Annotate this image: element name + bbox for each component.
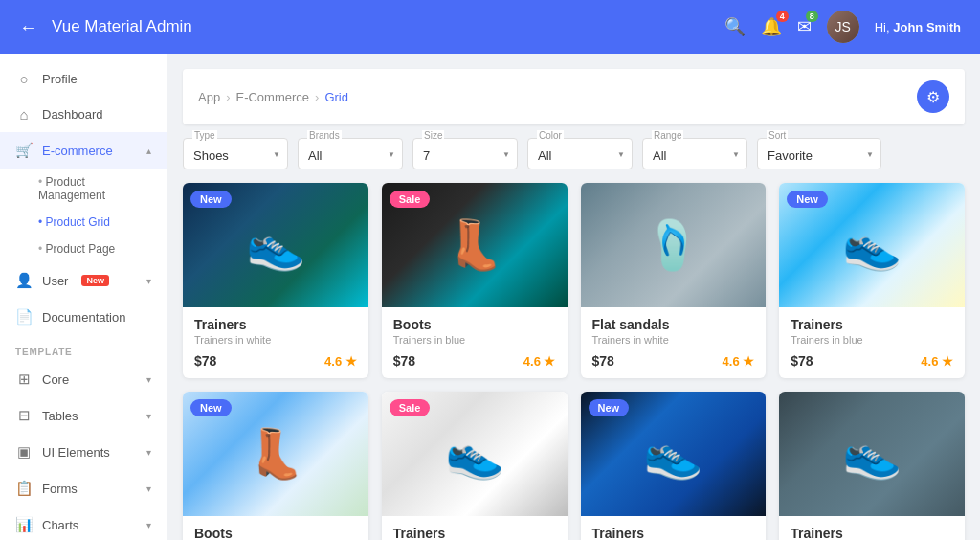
product-description: Trainers in blue [393,334,556,346]
product-card[interactable]: 👟 New Trainers Trainers in white $78 4.6… [183,183,368,378]
product-card[interactable]: 👢 Sale Boots Trainers in blue $78 4.6 ★ [382,183,568,378]
sidebar-item-dashboard[interactable]: ⌂ Dashboard [0,97,167,132]
product-info: Flat sandals Trainers in white $78 4.6 ★ [581,307,767,378]
sidebar-item-label: Tables [42,409,78,423]
settings-button[interactable]: ⚙ [917,80,949,113]
product-info: Trainers Trainers in blue $78 4.6 ★ [779,516,965,540]
sidebar-item-label: UI Elements [42,445,110,460]
product-image-wrap: 👟 New [779,183,965,307]
charts-icon: 📊 [15,516,33,533]
chevron-down-icon: ▾ [146,484,151,494]
product-card[interactable]: 👟 New Trainers Trainers in white $78 4.6… [581,392,767,540]
product-grid: 👟 New Trainers Trainers in white $78 4.6… [183,183,965,540]
sidebar-item-ui-elements[interactable]: ▣ UI Elements ▾ [0,434,167,470]
sidebar-item-label: Core [42,372,69,387]
sidebar-item-label: E-commerce [42,144,113,158]
app-title: Vue Material Admin [52,17,192,36]
product-name: Trainers [791,526,953,540]
product-info: Boots Trainers in blue $78 4.6 ★ [382,307,568,378]
product-description: Trainers in blue [791,334,953,346]
product-image-wrap: 👟 New [183,183,368,307]
sidebar-item-label: Product Grid [46,215,110,229]
product-card[interactable]: 👟 New Trainers Trainers in blue $78 4.6 … [779,183,965,378]
messages-badge: 8 [806,11,818,22]
chevron-up-icon: ▴ [146,146,151,156]
filter-range: Range All$0-$50$50-$100 [642,138,747,169]
product-image: 👟 [779,392,965,516]
product-footer: $78 4.6 ★ [791,353,953,369]
user-icon: 👤 [15,272,33,289]
product-image-wrap: 👢 Sale [382,183,568,307]
product-rating: 4.6 ★ [523,354,556,369]
chevron-down-icon: ▾ [146,411,151,421]
product-price: $78 [393,353,415,369]
notifications-icon[interactable]: 🔔 4 [761,16,782,37]
filter-type-label: Type [192,130,217,141]
product-image-wrap: 👟 Sale [382,392,568,516]
product-description: Trainers in white [194,334,357,346]
sidebar-item-label: Dashboard [42,107,103,122]
sidebar-item-product-page[interactable]: Product Page [0,236,167,262]
filter-size-label: Size [422,130,444,141]
filter-color-label: Color [537,130,564,141]
sidebar-item-tables[interactable]: ⊟ Tables ▾ [0,397,167,434]
filter-brands: Brands AllNikeAdidas [298,138,403,169]
product-card[interactable]: 🩴 Flat sandals Trainers in white $78 4.6… [581,183,767,378]
product-info: Boots Trainers in white $78 4.6 ★ [183,516,368,540]
filter-sort-select[interactable]: FavoritePrice LowPrice High [757,138,881,169]
product-name: Trainers [194,317,357,332]
sidebar-item-product-management[interactable]: Product Management [0,169,167,209]
sidebar-item-forms[interactable]: 📋 Forms ▾ [0,470,167,506]
filter-sort-label: Sort [767,130,788,141]
product-tag: New [589,399,630,416]
product-price: $78 [592,353,614,369]
filter-color-select[interactable]: AllWhiteBlackBlue [527,138,633,169]
product-name: Boots [393,317,556,332]
filter-type: Type ShoesBootsSandals [183,138,288,169]
ecommerce-icon: 🛒 [15,142,33,159]
filter-sort: Sort FavoritePrice LowPrice High [757,138,881,169]
product-image-wrap: 🩴 [581,183,767,307]
search-icon[interactable]: 🔍 [724,16,746,37]
sidebar-item-product-grid[interactable]: Product Grid [0,209,167,236]
product-info: Trainers Trainers in white $78 4.6 ★ [183,307,368,378]
main-content: App › E-Commerce › Grid ⚙ Type ShoesBoot… [167,54,980,540]
sidebar-item-label: Forms [42,482,78,496]
back-button[interactable]: ← [19,16,38,38]
product-info: Trainers Trainers in blue $78 4.6 ★ [382,516,568,540]
chevron-down-icon: ▾ [146,276,151,286]
product-price: $78 [791,353,813,369]
filter-brands-select[interactable]: AllNikeAdidas [298,138,403,169]
filter-brands-label: Brands [307,130,342,141]
sidebar-item-charts[interactable]: 📊 Charts ▾ [0,506,167,540]
forms-icon: 📋 [15,480,33,497]
breadcrumb-bar: App › E-Commerce › Grid ⚙ [183,69,965,124]
sidebar-item-core[interactable]: ⊞ Core ▾ [0,361,167,397]
filter-range-select[interactable]: All$0-$50$50-$100 [642,138,747,169]
product-image: 🩴 [581,183,767,307]
avatar[interactable]: JS [827,11,859,43]
chevron-down-icon: ▾ [146,447,151,458]
chevron-down-icon: ▾ [146,520,151,530]
sidebar-item-documentation[interactable]: 📄 Documentation [0,299,167,335]
filter-size-select[interactable]: 78910 [412,138,518,169]
product-info: Trainers Trainers in blue $78 4.6 ★ [779,307,965,378]
breadcrumb-sep: › [226,90,230,104]
filter-size: Size 78910 [412,138,518,169]
product-card[interactable]: 👟 Trainers Trainers in blue $78 4.6 ★ [779,392,965,540]
messages-icon[interactable]: ✉ 8 [797,16,812,37]
product-description: Trainers in white [592,334,755,346]
product-rating: 4.6 ★ [723,354,755,369]
template-section-title: TEMPLATE [0,335,167,361]
filter-type-select[interactable]: ShoesBootsSandals [183,138,288,169]
sidebar-item-profile[interactable]: ○ Profile [0,61,167,97]
sidebar-item-ecommerce[interactable]: 🛒 E-commerce ▴ [0,132,167,169]
product-card[interactable]: 👟 Sale Trainers Trainers in blue $78 4.6… [382,392,568,540]
product-tag: New [787,191,828,208]
sidebar-item-user[interactable]: 👤 User New ▾ [0,262,167,299]
core-icon: ⊞ [15,371,33,388]
product-card[interactable]: 👢 New Boots Trainers in white $78 4.6 ★ [183,392,368,540]
notifications-badge: 4 [776,11,789,22]
filter-color: Color AllWhiteBlackBlue [527,138,633,169]
product-tag: New [190,399,232,416]
